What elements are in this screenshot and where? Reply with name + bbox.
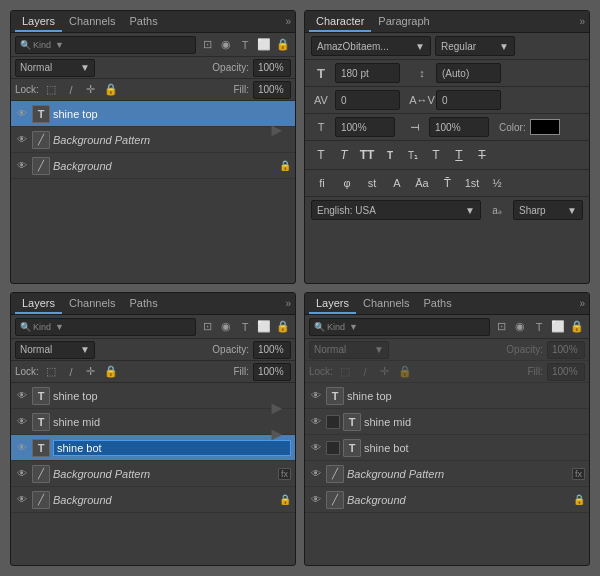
eye-icon-br-3[interactable]: 👁 [309,441,323,455]
opacity-value-tl[interactable]: 100% [253,59,291,77]
lock-all-tl[interactable]: 🔒 [103,82,119,98]
lock-paint-bl[interactable]: / [63,364,79,380]
panel-options-bl[interactable]: » [285,298,291,309]
style-regular[interactable]: T [311,145,331,165]
layer-item-shine-top-bl[interactable]: 👁 T shine top [11,383,295,409]
lock-move-bl[interactable]: ✛ [83,364,99,380]
eye-icon-br-2[interactable]: 👁 [309,415,323,429]
layer-item-bgpat-tl[interactable]: 👁 ╱ Background Pattern [11,127,295,153]
layer-item-shine-mid-br[interactable]: 👁 T shine mid [305,409,589,435]
glyph-fi[interactable]: fi [311,173,333,193]
layer-item-shine-bot-br[interactable]: 👁 T shine bot [305,435,589,461]
check-br-2[interactable] [326,415,340,429]
layer-item-shine-mid-bl[interactable]: 👁 T shine mid [11,409,295,435]
glyph-A[interactable]: A [386,173,408,193]
style-bold[interactable]: TT [357,145,377,165]
eye-icon-bl-3[interactable]: 👁 [15,441,29,455]
layer-item-shine-bot-bl[interactable]: 👁 T shine bot [11,435,295,461]
tab-channels-br[interactable]: Channels [356,294,416,314]
style-sub[interactable]: T₁ [403,145,423,165]
check-br-3[interactable] [326,441,340,455]
eye-icon-br-1[interactable]: 👁 [309,389,323,403]
icon-type-tl[interactable]: T [237,37,253,53]
icon-smart-tl[interactable]: 🔒 [275,37,291,53]
tab-channels-tl[interactable]: Channels [62,12,122,32]
eye-icon-tl-3[interactable]: 👁 [15,159,29,173]
eye-icon-br-5[interactable]: 👁 [309,493,323,507]
eye-icon-bl-2[interactable]: 👁 [15,415,29,429]
kerning-input[interactable]: 0 [335,90,400,110]
icon-type-bl[interactable]: T [237,319,253,335]
style-t6[interactable]: T [426,145,446,165]
tab-paths-bl[interactable]: Paths [123,294,165,314]
tab-paths-br[interactable]: Paths [417,294,459,314]
eye-icon-bl-4[interactable]: 👁 [15,467,29,481]
fill-value-bl[interactable]: 100% [253,363,291,381]
glyph-st[interactable]: st [361,173,383,193]
icon-shape-br[interactable]: ⬜ [550,319,566,335]
tab-paragraph-tr[interactable]: Paragraph [371,12,436,32]
search-box-tl[interactable]: 🔍 Kind ▼ [15,36,196,54]
icon-img-br[interactable]: ⊡ [493,319,509,335]
font-family-dropdown[interactable]: AmazObitaem...▼ [311,36,431,56]
font-size-input[interactable]: 180 pt [335,63,400,83]
search-box-bl[interactable]: 🔍 Kind ▼ [15,318,196,336]
tab-layers-bl[interactable]: Layers [15,294,62,314]
lock-paint-tl[interactable]: / [63,82,79,98]
font-style-dropdown[interactable]: Regular▼ [435,36,515,56]
layer-item-bg-tl[interactable]: 👁 ╱ Background 🔒 [11,153,295,179]
glyph-half[interactable]: ½ [486,173,508,193]
tab-paths-tl[interactable]: Paths [123,12,165,32]
icon-adj-tl[interactable]: ◉ [218,37,234,53]
tab-layers-br[interactable]: Layers [309,294,356,314]
eye-icon-tl-2[interactable]: 👁 [15,133,29,147]
opacity-value-bl[interactable]: 100% [253,341,291,359]
scale-h-input[interactable]: 100% [335,117,395,137]
layer-name-bl-3[interactable]: shine bot [53,440,291,456]
antialias-dropdown[interactable]: Sharp▼ [513,200,583,220]
scale-v-input[interactable]: 100% [429,117,489,137]
blend-mode-bl[interactable]: Normal▼ [15,341,95,359]
icon-adj-br[interactable]: ◉ [512,319,528,335]
layer-item-shine-top-br[interactable]: 👁 T shine top [305,383,589,409]
glyph-Aa[interactable]: Āa [411,173,433,193]
tracking-input[interactable]: 0 [436,90,501,110]
panel-options-tr[interactable]: » [579,16,585,27]
lock-move-tl[interactable]: ✛ [83,82,99,98]
icon-shape-tl[interactable]: ⬜ [256,37,272,53]
style-t7[interactable]: T [449,145,469,165]
style-strike[interactable]: T [472,145,492,165]
search-box-br[interactable]: 🔍 Kind ▼ [309,318,490,336]
leading-input[interactable]: (Auto) [436,63,501,83]
icon-type-br[interactable]: T [531,319,547,335]
panel-options-tl[interactable]: » [285,16,291,27]
tab-layers-tl[interactable]: Layers [15,12,62,32]
eye-icon-br-4[interactable]: 👁 [309,467,323,481]
layer-item-bgpat-bl[interactable]: 👁 ╱ Background Pattern fx [11,461,295,487]
glyph-phi[interactable]: φ [336,173,358,193]
style-bold2[interactable]: T [380,145,400,165]
color-swatch[interactable] [530,119,560,135]
layer-item-bg-br[interactable]: 👁 ╱ Background 🔒 [305,487,589,513]
blend-mode-tl[interactable]: Normal▼ [15,59,95,77]
fill-value-tl[interactable]: 100% [253,81,291,99]
icon-smart-bl[interactable]: 🔒 [275,319,291,335]
eye-icon-bl-5[interactable]: 👁 [15,493,29,507]
icon-adj-bl[interactable]: ◉ [218,319,234,335]
layer-item-bg-bl[interactable]: 👁 ╱ Background 🔒 [11,487,295,513]
glyph-1st[interactable]: 1st [461,173,483,193]
icon-img-tl[interactable]: ⊡ [199,37,215,53]
layer-item-bgpat-br[interactable]: 👁 ╱ Background Pattern fx [305,461,589,487]
tab-channels-bl[interactable]: Channels [62,294,122,314]
lock-pix-bl[interactable]: ⬚ [43,364,59,380]
style-italic[interactable]: T [334,145,354,165]
lock-pix-tl[interactable]: ⬚ [43,82,59,98]
layer-item-shine-top-tl[interactable]: 👁 T shine top [11,101,295,127]
lock-all-bl[interactable]: 🔒 [103,364,119,380]
glyph-Tbar[interactable]: T̄ [436,173,458,193]
eye-icon-bl-1[interactable]: 👁 [15,389,29,403]
tab-character-tr[interactable]: Character [309,12,371,32]
eye-icon-tl-1[interactable]: 👁 [15,107,29,121]
panel-options-br[interactable]: » [579,298,585,309]
language-dropdown[interactable]: English: USA▼ [311,200,481,220]
